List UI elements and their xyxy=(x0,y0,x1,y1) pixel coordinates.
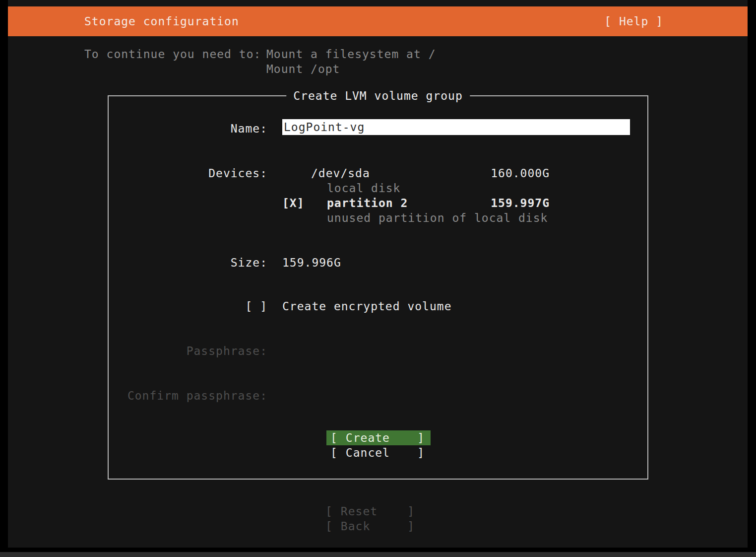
notice-line-2: Mount /opt xyxy=(266,62,340,76)
top-strip xyxy=(8,0,748,6)
bracket-right: ] xyxy=(417,445,425,460)
cancel-button[interactable]: [ Cancel ] xyxy=(326,445,431,460)
page-title: Storage configuration xyxy=(84,15,239,28)
cancel-button-label: Cancel xyxy=(346,445,390,460)
create-lvm-dialog: Create LVM volume group Name: Devices: /… xyxy=(108,95,648,480)
create-button[interactable]: [ Create ] xyxy=(326,430,431,445)
reset-button-label: Reset xyxy=(341,504,378,519)
dialog-title: Create LVM volume group xyxy=(286,88,470,104)
title-bar: Storage configuration [ Help ] xyxy=(8,6,748,36)
bracket-right: ] xyxy=(407,504,415,519)
size-label: Size: xyxy=(109,255,267,270)
back-button[interactable]: [ Back ] xyxy=(321,519,421,534)
partition-size: 159.997G xyxy=(456,196,550,210)
bracket-right: ] xyxy=(407,519,415,534)
encrypt-label[interactable]: Create encrypted volume xyxy=(282,299,452,314)
partition-name[interactable]: partition 2 xyxy=(327,196,408,210)
bracket-right: ] xyxy=(417,430,425,445)
help-button[interactable]: [ Help ] xyxy=(604,15,663,28)
name-label: Name: xyxy=(109,121,267,136)
notice-prefix: To continue you need to: xyxy=(84,47,261,62)
terminal-area: To continue you need to: Mount a filesys… xyxy=(8,36,748,548)
partition-checkbox[interactable]: [X] xyxy=(282,196,305,210)
back-button-label: Back xyxy=(341,519,370,534)
device-disk-note: local disk xyxy=(327,181,400,196)
bracket-left: [ xyxy=(330,430,338,445)
bottom-strip xyxy=(0,552,756,557)
bracket-left: [ xyxy=(325,519,333,534)
notice-line-1: Mount a filesystem at / xyxy=(266,47,436,62)
confirm-passphrase-label: Confirm passphrase: xyxy=(109,388,267,403)
size-value: 159.996G xyxy=(282,255,341,270)
device-disk-size: 160.000G xyxy=(456,166,550,181)
installer-screen: Storage configuration [ Help ] To contin… xyxy=(0,0,756,557)
name-input[interactable] xyxy=(282,119,630,135)
encrypt-checkbox[interactable]: [ ] xyxy=(109,299,267,314)
device-disk-name: /dev/sda xyxy=(311,166,370,181)
bracket-left: [ xyxy=(325,504,333,519)
devices-label: Devices: xyxy=(109,166,267,181)
create-button-label: Create xyxy=(346,430,390,445)
partition-note: unused partition of local disk xyxy=(327,210,548,225)
reset-button[interactable]: [ Reset ] xyxy=(321,504,421,519)
bracket-left: [ xyxy=(330,445,338,460)
passphrase-label: Passphrase: xyxy=(109,344,267,358)
